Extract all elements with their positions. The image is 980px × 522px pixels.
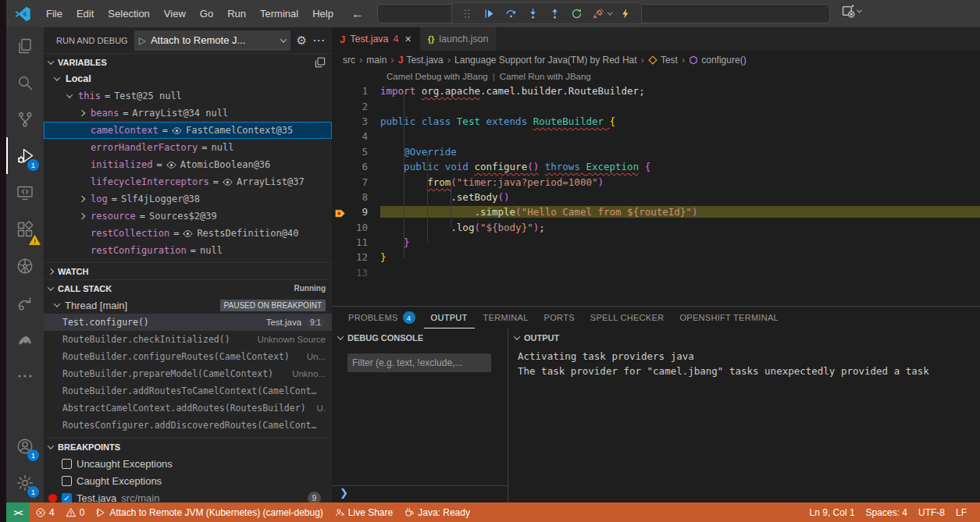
remote-indicator[interactable]: ><	[6, 502, 30, 522]
status-encoding[interactable]: UTF-8	[913, 507, 950, 518]
breakpoints-section-header[interactable]: BREAKPOINTS	[44, 438, 332, 455]
status-indentation[interactable]: Spaces: 4	[861, 507, 913, 518]
status-errors[interactable]: 4	[30, 507, 60, 518]
activity-manage[interactable]: 1	[6, 464, 44, 501]
breadcrumb-item[interactable]: Language Support for Java(TM) by Red Hat	[454, 55, 636, 66]
variable-row[interactable]: this=Test@25 null	[44, 87, 332, 105]
gutter-line-5[interactable]: 5	[332, 146, 380, 158]
gutter-line-4[interactable]: 4	[332, 130, 380, 142]
call-stack-frame[interactable]: RouteBuilder.addRoutesToCamelContext(Cam…	[44, 382, 332, 399]
gutter-line-11[interactable]: 11	[332, 236, 380, 248]
lazy-eval-eye-icon[interactable]	[223, 177, 233, 187]
status-live-share[interactable]: Live Share	[329, 507, 398, 518]
menu-go[interactable]: Go	[193, 0, 220, 27]
activity-remote-explorer[interactable]	[6, 174, 44, 211]
variable-row[interactable]: camelContext=FastCamelContext@35	[44, 122, 332, 139]
breadcrumb-item[interactable]: configure()	[689, 55, 746, 66]
breakpoint-row[interactable]: ✓Test.javasrc/main9	[44, 489, 332, 502]
launch-config-dropdown[interactable]: ▷ Attach to Remote J...	[134, 30, 290, 51]
variable-row[interactable]: restCollection=RestsDefinition@40	[44, 225, 332, 242]
panel-tab-problems[interactable]: PROBLEMS4	[341, 307, 422, 328]
variable-row[interactable]: initialized=AtomicBoolean@36	[44, 156, 332, 173]
variable-row[interactable]: resource=Sources$2@39	[44, 208, 332, 225]
disconnect-button[interactable]	[588, 4, 608, 23]
activity-explorer[interactable]	[6, 27, 44, 64]
open-view-icon[interactable]	[315, 57, 326, 68]
menu-run[interactable]: Run	[220, 0, 253, 27]
breadcrumb-item[interactable]: JTest.java	[398, 55, 444, 66]
debug-settings-gear-icon[interactable]: ⚙	[297, 34, 307, 48]
menu-view[interactable]: View	[157, 0, 193, 27]
hot-code-replace-button[interactable]	[616, 4, 636, 23]
gutter-line-8[interactable]: 8	[332, 191, 380, 203]
breakpoint-checkbox[interactable]: ✓	[62, 493, 72, 503]
activity-run-and-debug[interactable]: 1	[6, 137, 44, 174]
step-out-button[interactable]	[544, 4, 565, 23]
panel-tab-ports[interactable]: PORTS	[537, 307, 582, 328]
panel-tab-terminal[interactable]: TERMINAL	[476, 307, 536, 328]
call-stack-frame[interactable]: AbstractCamelContext.addRoutes(RoutesBui…	[44, 399, 332, 417]
thread-row[interactable]: Thread [main] PAUSED ON BREAKPOINT	[44, 297, 332, 314]
start-debug-icon[interactable]: ▷	[139, 35, 146, 46]
menu-file[interactable]: File	[39, 0, 69, 27]
call-stack-frame[interactable]: RoutesConfigurer.addDiscoveredRoutes(Cam…	[44, 417, 332, 434]
status-eol[interactable]: LF	[950, 507, 972, 518]
breadcrumb-item[interactable]: Test	[648, 55, 678, 66]
breakpoint-checkbox[interactable]	[62, 476, 72, 486]
codelens-camel-debug-link[interactable]: Camel Debug with JBang	[387, 72, 488, 81]
breadcrumb-item[interactable]: main	[366, 55, 387, 66]
editor-layout-control[interactable]	[842, 5, 861, 18]
tab-launch-json[interactable]: {}launch.json	[420, 27, 497, 51]
variable-row[interactable]: lifecycleInterceptors=ArrayList@37	[44, 173, 332, 190]
watch-section-header[interactable]: WATCH	[44, 262, 332, 279]
menu-help[interactable]: Help	[305, 0, 340, 27]
breakpoint-row[interactable]: Uncaught Exceptions	[44, 455, 332, 472]
codelens-camel-run-link[interactable]: Camel Run with JBang	[500, 72, 591, 81]
breakpoint-checkbox[interactable]	[62, 459, 72, 469]
variable-row[interactable]: log=Slf4jLogger@38	[44, 190, 332, 208]
variables-section-header[interactable]: VARIABLES	[44, 53, 332, 70]
call-stack-frame[interactable]: RouteBuilder.prepareModel(CamelContext)U…	[44, 365, 332, 382]
lazy-eval-eye-icon[interactable]	[166, 160, 176, 170]
activity-kubernetes[interactable]	[6, 247, 44, 284]
gutter-line-9[interactable]: 9	[332, 206, 380, 218]
panel-tab-openshift-terminal[interactable]: OPENSHIFT TERMINAL	[672, 307, 786, 328]
menu-edit[interactable]: Edit	[69, 0, 101, 27]
more-actions-icon[interactable]: ···	[313, 34, 326, 46]
activity-search[interactable]	[6, 64, 44, 101]
tab-test-java[interactable]: JTest.java4×	[332, 27, 420, 51]
variable-row[interactable]: Local	[44, 70, 332, 87]
breakpoint-hit-arrow-icon[interactable]	[335, 208, 346, 218]
code-editor[interactable]: 1import org.apache.camel.builder.RouteBu…	[332, 83, 980, 306]
activity-accounts[interactable]: 1	[6, 428, 44, 464]
lazy-eval-eye-icon[interactable]	[172, 126, 182, 136]
restart-button[interactable]	[566, 4, 586, 23]
step-into-button[interactable]	[522, 4, 543, 23]
status-warnings[interactable]: 0	[60, 507, 91, 518]
debug-console-repl-input[interactable]: ❯	[332, 485, 508, 499]
lazy-eval-eye-icon[interactable]	[183, 229, 193, 239]
menu-selection[interactable]: Selection	[101, 0, 156, 27]
gutter-line-12[interactable]: 12	[332, 251, 380, 263]
call-stack-frame[interactable]: RouteBuilder.checkInitialized()Unknown S…	[44, 331, 332, 348]
gutter-line-1[interactable]: 1	[332, 85, 380, 97]
call-stack-frame[interactable]: Test.configure()Test.java9:1	[44, 314, 332, 331]
step-over-button[interactable]	[501, 4, 521, 23]
gutter-line-13[interactable]: 13	[332, 267, 380, 279]
variable-row[interactable]: beans=ArrayList@34 null	[44, 105, 332, 122]
output-header[interactable]: OUTPUT	[508, 328, 980, 347]
close-icon[interactable]: ×	[405, 33, 412, 45]
breadcrumb-item[interactable]: src	[343, 55, 355, 66]
gutter-line-6[interactable]: 6	[332, 161, 380, 172]
activity-extensions[interactable]: !	[6, 211, 44, 247]
status-java-status[interactable]: Java: Ready	[398, 507, 476, 518]
menu-terminal[interactable]: Terminal	[253, 0, 305, 27]
activity-live-share[interactable]	[6, 284, 44, 321]
status-debug-session[interactable]: Attach to Remote JVM (Kubernetes) (camel…	[90, 507, 328, 518]
activity-source-control[interactable]	[6, 101, 44, 137]
drag-handle[interactable]	[457, 4, 477, 23]
activity-additional-views[interactable]	[6, 357, 44, 394]
call-stack-frame[interactable]: RouteBuilder.configureRoutes(CamelContex…	[44, 348, 332, 365]
gutter-line-3[interactable]: 3	[332, 115, 380, 127]
gutter-line-2[interactable]: 2	[332, 101, 380, 112]
